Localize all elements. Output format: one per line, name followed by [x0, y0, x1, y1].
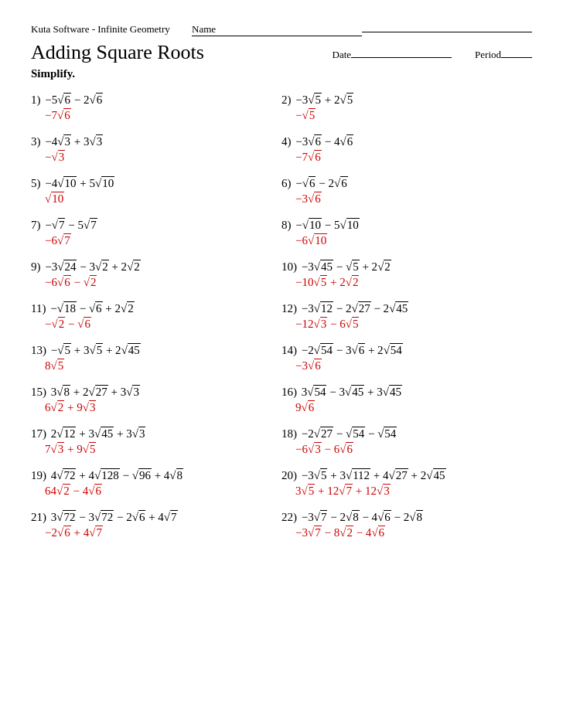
problem-16: 16) 3√54 − 3√45 + 3√45 9√6	[282, 380, 532, 422]
problem-19: 19) 4√72 + 4√128 − √96 + 4√8 64√2 − 4√6	[31, 464, 282, 505]
problem-16-answer: 9√6	[282, 400, 532, 414]
problem-17: 17) 2√12 + 3√45 + 3√3 7√3 + 9√5	[31, 422, 282, 464]
problem-5: 5) −4√10 + 5√10 √10	[31, 172, 282, 213]
problem-5-answer: √10	[31, 192, 282, 206]
problem-11-answer: −√2 − √6	[31, 317, 282, 331]
problem-20-question: 20) −3√5 + 3√112 + 4√27 + 2√45	[282, 468, 532, 482]
problem-16-question: 16) 3√54 − 3√45 + 3√45	[282, 385, 532, 399]
problem-22: 22) −3√7 − 2√8 − 4√6 − 2√8 −3√7 − 8√2 − …	[282, 505, 532, 547]
problem-5-question: 5) −4√10 + 5√10	[31, 176, 282, 190]
problem-22-question: 22) −3√7 − 2√8 − 4√6 − 2√8	[282, 510, 532, 524]
problem-1-question: 1) −5√6 − 2√6	[31, 93, 282, 107]
problem-4: 4) −3√6 − 4√6 −7√6	[282, 130, 532, 172]
problem-21: 21) 3√72 − 3√72 − 2√6 + 4√7 −2√6 + 4√7	[31, 505, 282, 547]
problem-9-question: 9) −3√24 − 3√2 + 2√2	[31, 260, 282, 274]
problem-6-answer: −3√6	[282, 192, 532, 206]
problem-6-question: 6) −√6 − 2√6	[282, 176, 532, 190]
period-line: Period	[475, 49, 532, 61]
date-line: Date	[333, 49, 452, 61]
problem-1: 1) −5√6 − 2√6 −7√6	[31, 88, 282, 130]
problem-13-answer: 8√5	[31, 359, 282, 373]
problem-2: 2) −3√5 + 2√5 −√5	[282, 88, 532, 130]
problem-2-answer: −√5	[282, 108, 532, 122]
problem-3: 3) −4√3 + 3√3 −√3	[31, 130, 282, 172]
problem-11-question: 11) −√18 − √6 + 2√2	[31, 301, 282, 315]
problem-4-question: 4) −3√6 − 4√6	[282, 134, 532, 148]
problem-15-answer: 6√2 + 9√3	[31, 400, 282, 414]
problem-14: 14) −2√54 − 3√6 + 2√54 −3√6	[282, 338, 532, 380]
name-label: Name	[192, 23, 362, 36]
problem-20-answer: 3√5 + 12√7 + 12√3	[282, 484, 532, 498]
problem-7: 7) −√7 − 5√7 −6√7	[31, 213, 282, 255]
problem-17-question: 17) 2√12 + 3√45 + 3√3	[31, 427, 282, 441]
page-title: Adding Square Roots	[31, 41, 204, 64]
problem-6: 6) −√6 − 2√6 −3√6	[282, 172, 532, 213]
problem-21-answer: −2√6 + 4√7	[31, 526, 282, 539]
problem-13-question: 13) −√5 + 3√5 + 2√45	[31, 343, 282, 357]
problem-15-question: 15) 3√8 + 2√27 + 3√3	[31, 385, 282, 399]
problem-20: 20) −3√5 + 3√112 + 4√27 + 2√45 3√5 + 12√…	[282, 464, 532, 505]
problem-13: 13) −√5 + 3√5 + 2√45 8√5	[31, 338, 282, 380]
problem-22-answer: −3√7 − 8√2 − 4√6	[282, 526, 532, 539]
problem-19-question: 19) 4√72 + 4√128 − √96 + 4√8	[31, 468, 282, 482]
problem-12-question: 12) −3√12 − 2√27 − 2√45	[282, 301, 532, 315]
problem-12: 12) −3√12 − 2√27 − 2√45 −12√3 − 6√5	[282, 297, 532, 338]
problem-18: 18) −2√27 − √54 − √54 −6√3 − 6√6	[282, 422, 532, 464]
problem-3-answer: −√3	[31, 150, 282, 164]
problem-14-answer: −3√6	[282, 359, 532, 373]
problem-21-question: 21) 3√72 − 3√72 − 2√6 + 4√7	[31, 510, 282, 524]
problem-8: 8) −√10 − 5√10 −6√10	[282, 213, 532, 255]
problems-grid: 1) −5√6 − 2√6 −7√6 2) −3√5 + 2√5 −√5 3) …	[31, 88, 532, 547]
problem-4-answer: −7√6	[282, 150, 532, 164]
simplify-label: Simplify.	[31, 67, 532, 80]
problem-2-question: 2) −3√5 + 2√5	[282, 93, 532, 107]
problem-3-question: 3) −4√3 + 3√3	[31, 134, 282, 148]
problem-7-question: 7) −√7 − 5√7	[31, 218, 282, 232]
problem-14-question: 14) −2√54 − 3√6 + 2√54	[282, 343, 532, 357]
problem-8-answer: −6√10	[282, 233, 532, 247]
problem-8-question: 8) −√10 − 5√10	[282, 218, 532, 232]
problem-19-answer: 64√2 − 4√6	[31, 484, 282, 498]
problem-15: 15) 3√8 + 2√27 + 3√3 6√2 + 9√3	[31, 380, 282, 422]
problem-1-answer: −7√6	[31, 108, 282, 122]
date-period: Date Period	[333, 49, 533, 61]
problem-17-answer: 7√3 + 9√5	[31, 442, 282, 456]
problem-11: 11) −√18 − √6 + 2√2 −√2 − √6	[31, 297, 282, 338]
problem-18-question: 18) −2√27 − √54 − √54	[282, 427, 532, 441]
problem-10-question: 10) −3√45 − √5 + 2√2	[282, 260, 532, 274]
problem-9: 9) −3√24 − 3√2 + 2√2 −6√6 − √2	[31, 255, 282, 297]
problem-12-answer: −12√3 − 6√5	[282, 317, 532, 331]
company-name: Kuta Software - Infinite Geometry	[31, 23, 170, 36]
problem-10: 10) −3√45 − √5 + 2√2 −10√5 + 2√2	[282, 255, 532, 297]
problem-18-answer: −6√3 − 6√6	[282, 442, 532, 456]
problem-7-answer: −6√7	[31, 233, 282, 247]
name-line: Name	[192, 23, 532, 36]
problem-9-answer: −6√6 − √2	[31, 275, 282, 289]
problem-10-answer: −10√5 + 2√2	[282, 275, 532, 289]
